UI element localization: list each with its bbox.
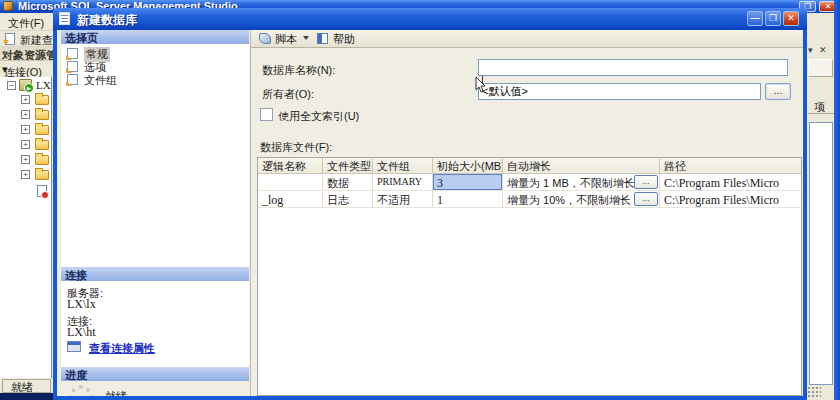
script-dropdown-icon[interactable] [303, 36, 309, 40]
expand-icon[interactable]: + [21, 170, 30, 179]
database-files-label: 数据库文件(F): [260, 140, 332, 155]
object-explorer-header: 对象资源管理器 [0, 47, 53, 61]
cell-path[interactable]: C:\Program Files\Micro [660, 174, 801, 191]
select-page-header: 选择页 [61, 30, 249, 44]
fulltext-checkbox[interactable] [260, 108, 273, 121]
autogrowth-browse-button[interactable]: ... [634, 192, 658, 206]
cell-filegroup[interactable]: 不适用 [373, 191, 433, 208]
divider [808, 113, 834, 114]
server-icon [19, 79, 32, 91]
new-query-icon [5, 33, 15, 45]
table-row[interactable]: 数据 PRIMARY 3 增量为 1 MB，不限制增长 ... C:\Progr… [258, 174, 801, 191]
owner-browse-button[interactable]: ... [765, 83, 791, 100]
chevron-down-icon[interactable]: ▾ [808, 45, 813, 55]
right-panel-header: ▾ ✕ [808, 45, 834, 58]
mouse-cursor [475, 76, 487, 94]
cell-file-type[interactable]: 数据 [323, 174, 373, 191]
object-explorer-tree[interactable]: − LX\lx + + + + + + [0, 77, 52, 378]
folder-icon[interactable] [35, 110, 49, 120]
main-status-bar: 就绪 [2, 379, 51, 393]
collapse-icon[interactable]: − [7, 81, 16, 90]
expand-icon[interactable]: + [21, 140, 30, 149]
database-files-table: 逻辑名称 文件类型 文件组 初始大小(MB) 自动增长 路径 数据 PRIMAR… [257, 157, 802, 396]
cell-filegroup[interactable]: PRIMARY [373, 174, 433, 191]
cell-path[interactable]: C:\Program Files\Micro [660, 191, 801, 208]
dialog-toolbar: 脚本 帮助 [251, 30, 803, 48]
progress-spinner-icon [69, 385, 93, 400]
cell-initial-size[interactable]: 3 [433, 174, 503, 191]
expand-icon[interactable]: + [21, 125, 30, 134]
help-icon [317, 33, 328, 44]
db-name-input[interactable] [478, 59, 788, 76]
dialog-maximize-button[interactable]: ❐ [765, 11, 781, 26]
page-icon [67, 74, 78, 85]
resize-grip[interactable] [807, 386, 821, 398]
cell-logical-name[interactable] [258, 174, 323, 191]
help-button[interactable]: 帮助 [333, 32, 355, 47]
right-docked-panel: ▾ ✕ 项 [807, 13, 834, 400]
folder-icon[interactable] [35, 170, 49, 180]
screen: Microsoft SQL Server Management Studio ❐… [0, 0, 840, 400]
folder-icon[interactable] [35, 95, 49, 105]
dialog-minimize-button[interactable]: — [747, 11, 763, 26]
col-header-filegroup[interactable]: 文件组 [373, 158, 433, 174]
expand-icon[interactable]: + [21, 95, 30, 104]
new-database-dialog: 新建数据库 — ❐ ✕ 选择页 常规 选项 文件组 [53, 8, 807, 400]
col-header-path[interactable]: 路径 [660, 158, 801, 174]
window-right-border [834, 0, 840, 400]
table-header-row: 逻辑名称 文件类型 文件组 初始大小(MB) 自动增长 路径 [258, 158, 801, 174]
dialog-title: 新建数据库 [77, 12, 137, 29]
col-header-initial-size[interactable]: 初始大小(MB) [433, 158, 503, 174]
script-icon [259, 33, 271, 44]
col-header-logical-name[interactable]: 逻辑名称 [258, 158, 323, 174]
folder-icon[interactable] [35, 155, 49, 165]
connect-button[interactable]: 连接(O) ▾ [2, 63, 8, 76]
dialog-close-button[interactable]: ✕ [783, 11, 799, 26]
db-name-label: 数据库名称(N): [262, 63, 335, 78]
connection-value: LX\ht [67, 325, 96, 340]
view-connection-properties-link[interactable]: 查看连接属性 [89, 341, 155, 356]
owner-input[interactable] [478, 83, 761, 100]
right-panel-listbox[interactable] [809, 122, 833, 385]
progress-header: 进度 [61, 367, 249, 381]
taskbar-strip [0, 393, 53, 400]
server-value: LX\lx [67, 297, 96, 312]
dialog-icon [59, 12, 70, 25]
expand-icon[interactable]: + [21, 155, 30, 164]
progress-status: 就绪 [105, 389, 127, 400]
menu-file[interactable]: 文件(F) [8, 16, 44, 31]
close-panel-icon[interactable]: ✕ [819, 45, 827, 55]
page-icon [67, 61, 78, 72]
script-button[interactable]: 脚本 [275, 32, 297, 47]
object-explorer-title: 对象资源管理器 [2, 48, 53, 61]
connection-box: 服务器: LX\lx 连接: LX\ht 查看连接属性 [61, 281, 249, 367]
object-explorer-toolbar: 连接(O) ▾ [0, 61, 53, 77]
fulltext-label: 使用全文索引(U) [278, 109, 359, 124]
col-header-file-type[interactable]: 文件类型 [323, 158, 373, 174]
owner-label: 所有者(O): [262, 87, 314, 102]
cell-logical-name[interactable]: _log [258, 191, 323, 208]
autogrowth-browse-button[interactable]: ... [634, 175, 658, 189]
cell-file-type[interactable]: 日志 [323, 191, 373, 208]
divider [250, 30, 251, 400]
page-icon [67, 48, 78, 59]
col-header-autogrowth[interactable]: 自动增长 [503, 158, 660, 174]
dialog-titlebar[interactable]: 新建数据库 — ❐ ✕ [53, 8, 807, 30]
cell-initial-size[interactable]: 1 [433, 191, 503, 208]
connection-properties-icon [67, 341, 81, 352]
expand-icon[interactable]: + [21, 110, 30, 119]
folder-icon[interactable] [35, 125, 49, 135]
document-red-icon[interactable] [37, 185, 47, 197]
server-node-label[interactable]: LX\lx [36, 79, 52, 91]
connection-header: 连接 [61, 267, 249, 281]
select-page-list: 常规 选项 文件组 [61, 44, 249, 267]
right-panel-toolbar[interactable] [808, 59, 833, 77]
table-row[interactable]: _log 日志 不适用 1 增量为 10%，不限制增长 ... C:\Progr… [258, 191, 801, 208]
folder-icon[interactable] [35, 140, 49, 150]
app-icon [3, 1, 13, 11]
dialog-body: 选择页 常规 选项 文件组 连接 服务器: LX\lx 连接: [53, 30, 807, 400]
